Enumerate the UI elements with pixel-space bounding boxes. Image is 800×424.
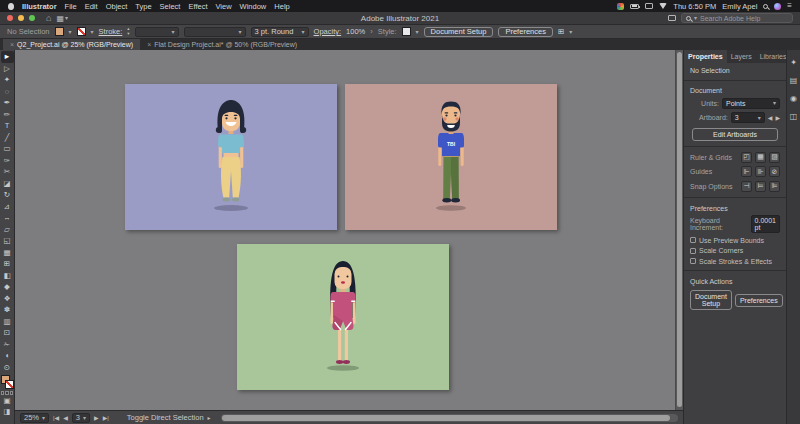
menu-item-edit[interactable]: Edit bbox=[85, 2, 98, 11]
rotate-tool[interactable]: ↻ bbox=[1, 189, 14, 201]
zoom-window-button[interactable] bbox=[29, 15, 35, 21]
close-tab-icon[interactable]: × bbox=[147, 41, 151, 48]
menu-item-object[interactable]: Object bbox=[106, 2, 128, 11]
slice-tool[interactable]: ✁ bbox=[1, 339, 14, 351]
artboard-dropdown[interactable]: 3 ▾ bbox=[731, 112, 765, 123]
zoom-tool[interactable]: ⊙ bbox=[1, 362, 14, 374]
scale-strokes-effects-checkbox[interactable]: Scale Strokes & Effects bbox=[690, 258, 780, 265]
target-panel-icon[interactable]: ◉ bbox=[790, 94, 797, 103]
battery-icon[interactable] bbox=[630, 4, 639, 9]
smart-guides-icon[interactable]: ⊪ bbox=[755, 166, 766, 177]
opacity-link[interactable]: Opacity: bbox=[314, 27, 342, 36]
snap-to-point-icon[interactable]: ⊨ bbox=[755, 181, 766, 192]
symbol-sprayer-tool[interactable]: ✽ bbox=[1, 304, 14, 316]
paintbrush-tool[interactable]: ✑ bbox=[1, 155, 14, 167]
pen-tool[interactable]: ✒ bbox=[1, 97, 14, 109]
scale-tool[interactable]: ⊿ bbox=[1, 201, 14, 213]
chevron-down-icon[interactable]: ▾ bbox=[569, 29, 572, 35]
sphere-panel-icon[interactable]: ✦ bbox=[790, 58, 797, 67]
artboard-2[interactable]: TBI bbox=[345, 84, 557, 230]
arrange-documents-icon[interactable]: ▦▾ bbox=[56, 14, 68, 23]
wifi-icon[interactable] bbox=[659, 3, 667, 9]
scissors-tool[interactable]: ✂ bbox=[1, 166, 14, 178]
first-artboard-icon[interactable]: |◀ bbox=[53, 414, 59, 421]
scale-corners-checkbox[interactable]: Scale Corners bbox=[690, 247, 780, 254]
graphic-style-swatch[interactable] bbox=[402, 27, 411, 36]
last-artboard-icon[interactable]: ▶| bbox=[103, 414, 109, 421]
home-icon[interactable]: ⌂ bbox=[46, 14, 51, 23]
vertical-scrollbar[interactable] bbox=[675, 50, 683, 410]
screen-mode-icon[interactable] bbox=[668, 15, 676, 21]
artboard-tool[interactable]: ⊡ bbox=[1, 327, 14, 339]
apple-menu-icon[interactable] bbox=[8, 3, 14, 10]
stroke-weight-stepper[interactable]: ▴▾ bbox=[127, 27, 129, 36]
brush-definition-dropdown[interactable]: 3 pt. Round▾ bbox=[251, 27, 309, 37]
menu-item-help[interactable]: Help bbox=[274, 2, 289, 11]
perspective-grid-tool[interactable]: ▦ bbox=[1, 247, 14, 259]
horizontal-scrollbar-thumb[interactable] bbox=[222, 415, 670, 421]
menubar-clock[interactable]: Thu 6:50 PM bbox=[673, 2, 716, 11]
quick-document-setup-button[interactable]: Document Setup bbox=[690, 290, 732, 310]
artboard-3[interactable] bbox=[237, 244, 449, 390]
next-artboard-icon[interactable]: ▶ bbox=[94, 414, 99, 421]
corner-ruler-icon[interactable]: ◰ bbox=[741, 152, 752, 163]
tab-properties[interactable]: Properties bbox=[684, 50, 727, 63]
gradient-tool[interactable]: ◧ bbox=[1, 270, 14, 282]
shape-builder-tool[interactable]: ◱ bbox=[1, 235, 14, 247]
minimize-window-button[interactable] bbox=[18, 15, 24, 21]
workspace-switcher-icon[interactable]: ⊞ bbox=[558, 27, 564, 36]
artboard-1[interactable] bbox=[125, 84, 337, 230]
vertical-scrollbar-thumb[interactable] bbox=[677, 52, 682, 407]
chevron-down-icon[interactable]: ▾ bbox=[69, 29, 72, 35]
menu-item-illustrator[interactable]: Illustrator bbox=[22, 2, 57, 11]
page-panel-icon[interactable]: ▤ bbox=[790, 76, 798, 85]
quick-preferences-button[interactable]: Preferences bbox=[735, 294, 783, 307]
previous-artboard-arrow-icon[interactable]: ◀ bbox=[768, 114, 773, 121]
use-preview-bounds-checkbox[interactable]: Use Preview Bounds bbox=[690, 237, 780, 244]
keyboard-increment-field[interactable]: 0.0001 pt bbox=[751, 215, 780, 233]
direct-selection-tool[interactable]: ▷ bbox=[1, 63, 14, 75]
eyedropper-tool[interactable]: ◆ bbox=[1, 281, 14, 293]
spotlight-search-icon[interactable] bbox=[763, 4, 768, 9]
stroke-weight-field[interactable]: ▾ bbox=[135, 27, 179, 37]
stroke-color-swatch[interactable] bbox=[77, 27, 86, 36]
show-grid-icon[interactable]: ▦ bbox=[755, 152, 766, 163]
previous-artboard-icon[interactable]: ◀ bbox=[63, 414, 68, 421]
edit-toolbar-icon[interactable]: … bbox=[1, 418, 14, 424]
snap-to-glyph-icon[interactable]: ⊫ bbox=[769, 181, 780, 192]
character-woman-pink-outfit[interactable] bbox=[308, 256, 378, 376]
menu-item-file[interactable]: File bbox=[65, 2, 77, 11]
control-center-icon[interactable]: ≡ bbox=[787, 2, 792, 10]
menu-item-type[interactable]: Type bbox=[135, 2, 151, 11]
fill-color-swatch[interactable] bbox=[55, 27, 64, 36]
transparency-grid-icon[interactable]: ▨ bbox=[769, 152, 780, 163]
checkbox-icon[interactable] bbox=[690, 258, 696, 264]
tab-layers[interactable]: Layers bbox=[727, 50, 756, 63]
stroke-link[interactable]: Stroke: bbox=[99, 27, 123, 36]
mesh-tool[interactable]: ⊞ bbox=[1, 258, 14, 270]
eraser-tool[interactable]: ◪ bbox=[1, 178, 14, 190]
line-segment-tool[interactable]: ╱ bbox=[1, 132, 14, 144]
zoom-level-dropdown[interactable]: 25% ▾ bbox=[20, 413, 49, 423]
show-guides-icon[interactable]: ⊩ bbox=[741, 166, 752, 177]
menu-item-select[interactable]: Select bbox=[160, 2, 181, 11]
hand-tool[interactable]: ◖ bbox=[1, 350, 14, 362]
preferences-button[interactable]: Preferences bbox=[498, 27, 552, 37]
free-transform-tool[interactable]: ▱ bbox=[1, 224, 14, 236]
status-popup-icon[interactable]: ▸ bbox=[208, 414, 211, 421]
fill-stroke-indicator[interactable] bbox=[1, 375, 14, 389]
chevron-down-icon[interactable]: ▾ bbox=[91, 29, 94, 35]
snap-to-pixel-icon[interactable]: ⊣ bbox=[741, 181, 752, 192]
rectangle-tool[interactable]: ▭ bbox=[1, 143, 14, 155]
magic-wand-tool[interactable]: ✦ bbox=[1, 74, 14, 86]
help-search-input[interactable] bbox=[700, 15, 788, 22]
opacity-value[interactable]: 100% bbox=[346, 27, 365, 36]
edit-artboards-button[interactable]: Edit Artboards bbox=[692, 128, 778, 141]
stroke-swatch[interactable] bbox=[5, 380, 14, 389]
close-window-button[interactable] bbox=[7, 15, 13, 21]
chevron-down-icon[interactable]: ▾ bbox=[416, 29, 419, 35]
canvas[interactable]: TBI bbox=[15, 50, 683, 410]
character-man-beard[interactable]: TBI bbox=[416, 96, 486, 216]
document-tab-active[interactable]: × Q2_Project.ai @ 25% (RGB/Preview) bbox=[3, 39, 140, 50]
menu-item-view[interactable]: View bbox=[215, 2, 231, 11]
